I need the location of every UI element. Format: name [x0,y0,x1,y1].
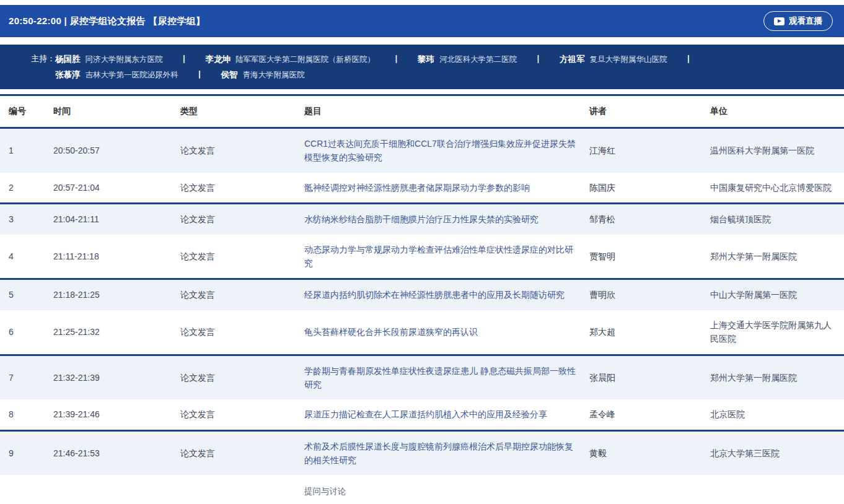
cell-type: 论文发言 [180,430,304,475]
moderator-name: 侯智 [221,70,238,79]
cell-speaker: 孟令峰 [589,399,710,430]
gap-strip [0,89,844,94]
cell-no: 2 [0,173,53,204]
cell-org: 温州医科大学附属第一医院 [710,128,844,173]
cell-speaker: 曹明欣 [589,279,710,310]
cell-type: 论文发言 [180,204,304,235]
cell-org: 北京医院 [710,399,844,430]
table-row: 4 21:11-21:18 论文发言 动态尿动力学与常规尿动力学检查评估难治性单… [0,235,844,279]
table-row: 6 21:25-21:32 论文发言 龟头苔藓样硬化合并长段前尿道狭窄的再认识 … [0,310,844,355]
cell-time: 21:39-21:46 [53,399,180,430]
moderator-item: 方祖军复旦大学附属华山医院 [560,51,667,67]
cell-time: 20:57-21:04 [53,173,180,204]
session-header-bar: 20:50-22:00 | 尿控学组论文报告 【尿控学组】 观看直播 [0,5,844,37]
cell-no: 7 [0,355,53,399]
moderator-separator: 丨 [180,52,188,67]
moderator-item: 侯智青海大学附属医院 [221,67,305,82]
cell-org: 烟台毓璜顶医院 [710,204,844,235]
cell-time: 21:18-21:25 [53,279,180,310]
top-white-strip [0,0,844,5]
cell-speaker: 郑大超 [589,310,710,355]
col-header-speaker: 讲者 [589,95,710,128]
moderator-separator: 丨 [392,52,400,67]
moderator-label: 主持： [31,51,55,66]
moderator-name: 李龙坤 [206,54,231,64]
cell-no: 8 [0,399,53,430]
cell-type: 论文发言 [180,128,304,173]
watch-live-button[interactable]: 观看直播 [763,11,833,31]
cell-org: 郑州大学第一附属医院 [710,355,844,399]
cell-speaker: 贾智明 [589,235,710,279]
cell-time: 21:46-21:53 [53,430,180,475]
table-row: 5 21:18-21:25 论文发言 经尿道内括约肌切除术在神经源性膀胱患者中的… [0,279,844,310]
cell-title: CCR1过表达间充质干细胞和CCL7联合治疗增强归集效应并促进尿失禁模型恢复的实… [304,128,589,173]
moderator-item: 张慕淳吉林大学第一医院泌尿外科 [55,67,178,82]
cell-time: 21:11-21:18 [53,235,180,279]
cell-title: 骶神经调控对神经源性膀胱患者储尿期尿动力学参数的影响 [304,173,589,204]
moderator-name: 黎玮 [418,54,434,64]
col-header-type: 类型 [180,95,304,128]
cell-title: 动态尿动力学与常规尿动力学检查评估难治性单症状性遗尿症的对比研究 [304,235,589,279]
cell-type: 论文发言 [180,235,304,279]
table-row: 2 20:57-21:04 论文发言 骶神经调控对神经源性膀胱患者储尿期尿动力学… [0,173,844,204]
cell-time: 21:32-21:39 [53,355,180,399]
cell-type: 论文发言 [180,279,304,310]
cell-title: 经尿道内括约肌切除术在神经源性膀胱患者中的应用及长期随访研究 [304,279,589,310]
cell-title: 术前及术后膜性尿道长度与腹腔镜前列腺癌根治术后早期控尿功能恢复的相关性研究 [304,430,589,475]
col-header-title: 题目 [304,95,589,128]
cell-no: 5 [0,279,53,310]
cell-type: 论文发言 [180,355,304,399]
cell-title: 龟头苔藓样硬化合并长段前尿道狭窄的再认识 [304,310,589,355]
cell-no: 3 [0,204,53,235]
cell-speaker: 邹青松 [589,204,710,235]
cell-title: 尿道压力描记检查在人工尿道括约肌植入术中的应用及经验分享 [304,399,589,430]
cell-speaker: 江海红 [589,128,710,173]
moderator-bar: 主持： 杨国胜同济大学附属东方医院 丨 李龙坤陆军军医大学第二附属医院（新桥医院… [0,45,844,89]
table-row: 1 20:50-20:57 论文发言 CCR1过表达间充质干细胞和CCL7联合治… [0,128,844,173]
cell-time: 21:25-21:32 [53,310,180,355]
play-video-icon [774,17,785,25]
moderator-name: 方祖军 [560,54,585,64]
moderator-org: 河北医科大学第二医院 [439,55,517,64]
cell-org: 郑州大学第一附属医院 [710,235,844,279]
cell-speaker: 黄毅 [589,430,710,475]
schedule-table: 编号 时间 类型 题目 讲者 单位 1 20:50-20:57 论文发言 CCR… [0,94,844,504]
cell-no: 10 [0,475,53,504]
session-title: 20:50-22:00 | 尿控学组论文报告 【尿控学组】 [9,15,205,27]
moderator-org: 陆军军医大学第二附属医院（新桥医院） [235,55,375,64]
cell-org: 中国康复研究中心北京博爱医院 [710,173,844,204]
cell-type: 论文发言 [180,310,304,355]
moderator-org: 青海大学附属医院 [243,71,305,79]
cell-org: 中山大学附属第一医院 [710,279,844,310]
col-header-time: 时间 [53,95,180,128]
moderator-item: 杨国胜同济大学附属东方医院 [55,51,163,67]
cell-title: 学龄期与青春期原发性单症状性夜遗尿症患儿 静息态磁共振局部一致性研究 [304,355,589,399]
table-row: 7 21:32-21:39 论文发言 学龄期与青春期原发性单症状性夜遗尿症患儿 … [0,355,844,399]
discussion-cell: 提问与讨论 谢克基 广州市第一人民医院/ 冷静 上海交通大学医学院附属仁济医院/… [304,475,844,504]
table-row: 8 21:39-21:46 论文发言 尿道压力描记检查在人工尿道括约肌植入术中的… [0,399,844,430]
col-header-org: 单位 [710,95,844,128]
cell-type: 论文发言 [180,173,304,204]
watch-live-label: 观看直播 [789,15,822,27]
moderator-org: 同济大学附属东方医院 [86,55,163,64]
moderator-separator: 丨 [534,52,542,67]
cell-org: 北京大学第三医院 [710,430,844,475]
cell-time: 21:04-21:11 [53,204,180,235]
moderator-separator: 丨 [196,67,204,82]
moderator-org: 吉林大学第一医院泌尿外科 [86,71,178,79]
cell-org: 上海交通大学医学院附属第九人民医院 [710,310,844,355]
cell-no: 9 [0,430,53,475]
discussion-title: 提问与讨论 [304,485,835,498]
table-row: 3 21:04-21:11 论文发言 水纺纳米纱结合脂肪干细胞膜片治疗压力性尿失… [0,204,844,235]
moderator-list: 杨国胜同济大学附属东方医院 丨 李龙坤陆军军医大学第二附属医院（新桥医院） 丨 … [55,51,832,82]
table-header: 编号 时间 类型 题目 讲者 单位 [0,95,844,128]
table-row-discussion: 10 21:53-22:00 讨论 提问与讨论 谢克基 广州市第一人民医院/ 冷… [0,475,844,504]
cell-no: 6 [0,310,53,355]
col-header-no: 编号 [0,95,53,128]
cell-no: 1 [0,128,53,173]
moderator-org: 复旦大学附属华山医院 [590,55,667,64]
table-row: 9 21:46-21:53 论文发言 术前及术后膜性尿道长度与腹腔镜前列腺癌根治… [0,430,844,475]
moderator-item: 黎玮河北医科大学第二医院 [418,51,517,67]
cell-title: 水纺纳米纱结合脂肪干细胞膜片治疗压力性尿失禁的实验研究 [304,204,589,235]
cell-type: 讨论 [180,475,304,504]
